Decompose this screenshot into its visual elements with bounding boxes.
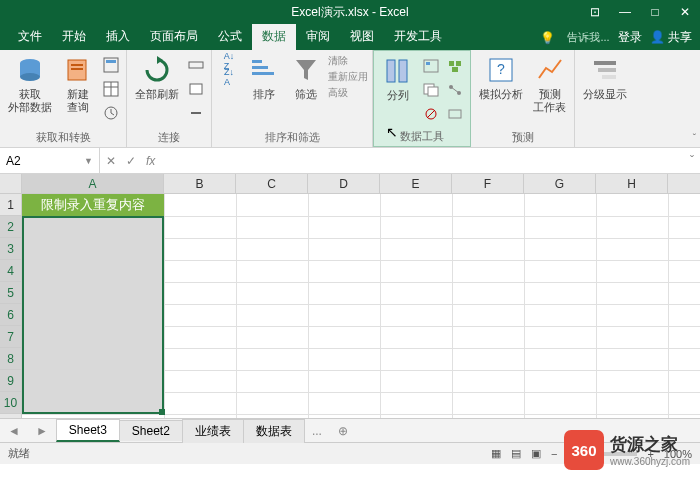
login-button[interactable]: 登录	[618, 29, 642, 46]
properties-button[interactable]	[185, 78, 207, 100]
manage-model-button[interactable]	[444, 103, 466, 125]
formula-bar-row: A2 ▼ ✕ ✓ fx ˇ	[0, 148, 700, 174]
refresh-all-button[interactable]: 全部刷新	[131, 52, 183, 103]
consolidate-button[interactable]	[444, 55, 466, 77]
recent-sources-button[interactable]	[100, 102, 122, 124]
sheet-nav-prev[interactable]: ◄	[0, 424, 28, 438]
view-normal-icon[interactable]: ▦	[491, 447, 501, 460]
outline-button[interactable]: 分级显示	[579, 52, 631, 103]
watermark: 360 货源之家 www.360hyzj.com	[564, 430, 690, 470]
forecast-sheet-button[interactable]: 预测 工作表	[529, 52, 570, 116]
sheet-tab[interactable]: 业绩表	[182, 419, 244, 443]
text-to-columns-button[interactable]: 分列	[378, 53, 418, 104]
enter-icon[interactable]: ✓	[126, 154, 136, 168]
svg-marker-20	[296, 60, 316, 80]
close-icon[interactable]: ✕	[670, 5, 700, 19]
col-header-h[interactable]: H	[596, 174, 668, 193]
sheet-more-button[interactable]: ...	[304, 424, 330, 438]
svg-rect-24	[426, 62, 430, 65]
cells-area[interactable]: 限制录入重复内容	[22, 194, 700, 418]
row-header[interactable]: 10	[0, 392, 21, 414]
col-header-e[interactable]: E	[380, 174, 452, 193]
svg-rect-16	[190, 84, 202, 94]
cancel-icon[interactable]: ✕	[106, 154, 116, 168]
row-header[interactable]: 3	[0, 238, 21, 260]
svg-rect-17	[252, 60, 262, 63]
col-header-b[interactable]: B	[164, 174, 236, 193]
col-header-g[interactable]: G	[524, 174, 596, 193]
svg-rect-35	[449, 110, 461, 118]
tab-formulas[interactable]: 公式	[208, 24, 252, 50]
sort-button[interactable]: 排序	[244, 52, 284, 103]
tab-home[interactable]: 开始	[52, 24, 96, 50]
ribbon-options-icon[interactable]: ⊡	[580, 5, 610, 19]
expand-bar-icon[interactable]: ˇ	[690, 154, 694, 168]
chevron-down-icon[interactable]: ▼	[84, 156, 93, 166]
view-break-icon[interactable]: ▣	[531, 447, 541, 460]
select-all-corner[interactable]	[0, 174, 22, 193]
reapply-button[interactable]: 重新应用	[328, 70, 368, 84]
sheet-tab[interactable]: 数据表	[243, 419, 305, 443]
row-header[interactable]: 6	[0, 304, 21, 326]
tab-file[interactable]: 文件	[8, 24, 52, 50]
view-layout-icon[interactable]: ▤	[511, 447, 521, 460]
svg-rect-22	[399, 60, 407, 82]
maximize-icon[interactable]: □	[640, 5, 670, 19]
row-header[interactable]: 4	[0, 260, 21, 282]
sheet-tab[interactable]: Sheet2	[119, 420, 183, 441]
tab-data[interactable]: 数据	[252, 24, 296, 50]
col-header-c[interactable]: C	[236, 174, 308, 193]
advanced-filter-button[interactable]: 高级	[328, 86, 368, 100]
col-header-d[interactable]: D	[308, 174, 380, 193]
new-sheet-button[interactable]: ⊕	[330, 424, 356, 438]
connections-button[interactable]	[185, 54, 207, 76]
col-header-a[interactable]: A	[22, 174, 164, 193]
watermark-url: www.360hyzj.com	[610, 456, 690, 467]
svg-rect-18	[252, 66, 268, 69]
name-box[interactable]: A2 ▼	[0, 148, 100, 173]
tab-layout[interactable]: 页面布局	[140, 24, 208, 50]
row-header[interactable]: 1	[0, 194, 21, 216]
row-header[interactable]: 7	[0, 326, 21, 348]
tab-view[interactable]: 视图	[340, 24, 384, 50]
edit-links-button[interactable]	[185, 102, 207, 124]
cell-a1[interactable]: 限制录入重复内容	[22, 194, 164, 216]
row-header[interactable]: 5	[0, 282, 21, 304]
new-query-button[interactable]: 新建 查询	[58, 52, 98, 116]
data-validation-button[interactable]	[420, 103, 442, 125]
sheet-tab[interactable]: Sheet3	[56, 419, 120, 442]
tell-me-input[interactable]: 告诉我...	[567, 30, 609, 45]
remove-duplicates-button[interactable]	[420, 79, 442, 101]
sort-desc-button[interactable]: Z↓A	[216, 70, 242, 84]
tab-developer[interactable]: 开发工具	[384, 24, 452, 50]
group-connections: 全部刷新 连接	[127, 50, 212, 147]
fx-icon[interactable]: fx	[146, 154, 155, 168]
collapse-ribbon-icon[interactable]: ˇ	[693, 133, 696, 144]
sort-asc-button[interactable]: A↓Z	[216, 54, 242, 68]
relationships-button[interactable]	[444, 79, 466, 101]
tab-review[interactable]: 审阅	[296, 24, 340, 50]
from-table-button[interactable]	[100, 78, 122, 100]
flash-fill-button[interactable]	[420, 55, 442, 77]
show-queries-button[interactable]	[100, 54, 122, 76]
sheet-nav-next[interactable]: ►	[28, 424, 56, 438]
svg-rect-31	[452, 67, 458, 72]
svg-rect-4	[71, 64, 83, 66]
clear-filter-button[interactable]: 清除	[328, 54, 368, 68]
row-header[interactable]: 8	[0, 348, 21, 370]
formula-input[interactable]	[165, 153, 680, 168]
group-forecast: ? 模拟分析 预测 工作表 预测	[471, 50, 575, 147]
zoom-out-button[interactable]: −	[551, 448, 557, 460]
col-header-f[interactable]: F	[452, 174, 524, 193]
forecast-icon	[534, 54, 566, 86]
get-external-data-button[interactable]: 获取 外部数据	[4, 52, 56, 116]
svg-rect-39	[598, 68, 616, 72]
row-header[interactable]: 9	[0, 370, 21, 392]
tab-insert[interactable]: 插入	[96, 24, 140, 50]
whatif-button[interactable]: ? 模拟分析	[475, 52, 527, 103]
minimize-icon[interactable]: —	[610, 5, 640, 19]
row-header[interactable]: 2	[0, 216, 21, 238]
filter-button[interactable]: 筛选	[286, 52, 326, 103]
share-button[interactable]: 👤 共享	[650, 29, 692, 46]
fill-handle[interactable]	[159, 409, 165, 415]
